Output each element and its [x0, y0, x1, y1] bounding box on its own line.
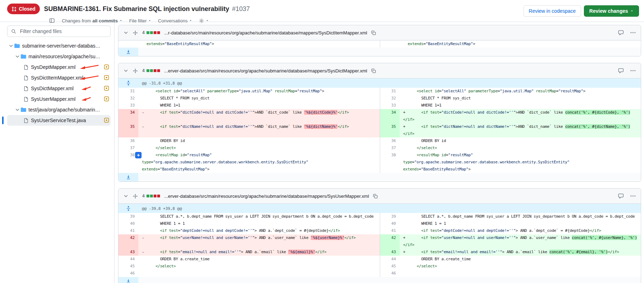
line-number[interactable]: 35: [380, 123, 400, 137]
comment-icon[interactable]: [617, 29, 624, 36]
sidebar-item-file[interactable]: SysUserMapper.xml: [7, 94, 111, 104]
filter-changed-files-input[interactable]: [19, 28, 107, 34]
expand-diff-button[interactable]: [118, 277, 138, 283]
commits-filter-dropdown[interactable]: Changes from all commits: [62, 18, 123, 23]
code-token: "email!=null and email!=''": [180, 250, 241, 254]
drag-file-handle[interactable]: [132, 29, 139, 36]
code-token: >AND `dict_name` like: [255, 124, 304, 129]
sidebar-item-folder[interactable]: submarine-server/server-database/...: [7, 40, 111, 51]
line-number[interactable]: 38: [380, 152, 400, 173]
collapse-file-button[interactable]: [123, 193, 129, 199]
line-number[interactable]: 31: [380, 88, 400, 95]
diff-marker: +: [403, 109, 408, 116]
drag-file-handle[interactable]: [132, 193, 139, 200]
line-number[interactable]: [380, 40, 400, 48]
diff-marker: [142, 220, 147, 227]
sidebar-item-file[interactable]: SysUserServiceTest.java: [7, 115, 111, 126]
code-line: ORDER BY a.create_time: [142, 256, 380, 263]
copy-path-button[interactable]: [372, 193, 379, 200]
line-number[interactable]: 39: [118, 213, 138, 220]
code-cell: - <if test="dictName!=null and dictName!…: [138, 123, 380, 137]
diff-marker: [142, 270, 147, 277]
expand-diff-button[interactable]: [118, 173, 138, 181]
line-number[interactable]: 37: [380, 145, 400, 152]
line-number[interactable]: 38+: [118, 152, 138, 173]
sidebar-item-file[interactable]: SysDeptMapper.xml: [7, 62, 111, 72]
line-number[interactable]: 43: [118, 249, 138, 256]
kebab-menu-button[interactable]: [629, 29, 637, 36]
line-number[interactable]: 34: [380, 109, 400, 123]
changes-from-label: Changes from: [62, 18, 91, 23]
sidebar-toggle-button[interactable]: [48, 17, 55, 24]
review-in-codespace-button[interactable]: Review in codespace: [523, 5, 581, 17]
code-token: type: [403, 160, 412, 164]
line-number[interactable]: 34: [118, 109, 138, 123]
line-number[interactable]: 41: [118, 227, 138, 234]
comment-icon[interactable]: [617, 192, 624, 200]
drag-file-handle[interactable]: [132, 67, 139, 74]
line-number[interactable]: 36: [118, 137, 138, 145]
code-cell: </select>: [138, 263, 380, 270]
line-number[interactable]: 42: [118, 234, 138, 249]
line-number[interactable]: 36: [380, 137, 400, 145]
file-header-actions: [617, 192, 637, 200]
line-number[interactable]: 40: [118, 220, 138, 227]
line-number[interactable]: 44: [380, 256, 400, 263]
expand-bar-space: [138, 173, 641, 181]
review-changes-button[interactable]: Review changes: [584, 5, 639, 17]
expand-hunk-button[interactable]: [118, 78, 138, 88]
diff-marker: [142, 263, 147, 270]
line-number[interactable]: 32: [380, 95, 400, 102]
code-token: <if: [160, 228, 167, 233]
line-number[interactable]: [118, 40, 138, 48]
line-number[interactable]: 46: [380, 270, 400, 277]
kebab-menu-button[interactable]: [629, 67, 637, 74]
collapse-file-button[interactable]: [123, 67, 129, 74]
copy-path-button[interactable]: [370, 67, 377, 74]
line-number[interactable]: 45: [118, 263, 138, 270]
line-number[interactable]: 41: [380, 227, 400, 234]
sidebar-item-file[interactable]: SysDictMapper.xml: [7, 83, 111, 94]
kebab-menu-button[interactable]: [629, 192, 637, 200]
code-token: > AND a.`dept_code` = #{deptCode}: [255, 228, 329, 233]
line-number[interactable]: 33: [380, 102, 400, 109]
line-number[interactable]: 35: [118, 123, 138, 137]
sidebar-item-file[interactable]: SysDictItemMapper.xml: [7, 72, 111, 83]
line-number[interactable]: 44: [118, 256, 138, 263]
line-number[interactable]: 32: [118, 95, 138, 102]
sidebar-item-folder[interactable]: main/resources/org/apache/subm...: [7, 51, 111, 62]
main-layout: submarine-server/server-database/...main…: [0, 22, 644, 283]
code-token: [147, 228, 160, 233]
code-line: <select id="selectAll" parameterType="ja…: [403, 88, 641, 95]
line-number[interactable]: 39: [380, 213, 400, 220]
expand-bar: [118, 48, 641, 56]
line-number[interactable]: 31: [118, 88, 138, 95]
collapse-file-button[interactable]: [123, 29, 129, 36]
code-cell: </select>: [138, 145, 380, 152]
line-number[interactable]: 45: [380, 263, 400, 270]
add-comment-button[interactable]: +: [135, 152, 142, 158]
line-number[interactable]: 37: [118, 145, 138, 152]
review-actions: Review in codespace Review changes: [523, 5, 639, 17]
code-line: extends="BaseEntityResultMap">: [403, 166, 641, 173]
diff-marker: -: [142, 109, 147, 116]
line-number[interactable]: 46: [118, 270, 138, 277]
code-token: ORDER BY a.create_time: [147, 257, 209, 261]
code-token: "java.util.Map": [500, 89, 534, 93]
expand-hunk-button[interactable]: [118, 204, 138, 213]
line-number[interactable]: 42: [380, 234, 400, 249]
diffstat-block-icon: [150, 31, 153, 34]
sidebar-item-folder[interactable]: test/java/org/apache/submarine/s...: [7, 104, 111, 115]
code-token: test: [169, 250, 178, 254]
expand-diff-button[interactable]: [118, 48, 138, 56]
conversations-dropdown[interactable]: Conversations: [158, 18, 192, 23]
comment-icon[interactable]: [617, 67, 624, 74]
copy-path-button[interactable]: [370, 29, 377, 36]
code-token: <if: [160, 250, 167, 254]
file-filter-dropdown[interactable]: File filter: [129, 18, 151, 23]
line-number[interactable]: 33: [118, 102, 138, 109]
line-number[interactable]: 43: [380, 249, 400, 256]
diff-settings-dropdown[interactable]: [199, 18, 209, 23]
line-number[interactable]: 40: [380, 220, 400, 227]
code-line: </select>: [403, 263, 641, 270]
